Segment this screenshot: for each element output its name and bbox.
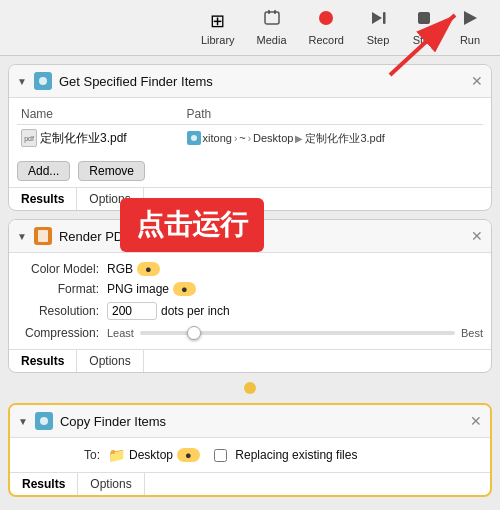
format-token[interactable]: ● [173, 282, 196, 296]
file-name-cell: pdf 定制化作业3.pdf [17, 125, 183, 152]
add-button[interactable]: Add... [17, 161, 70, 181]
record-icon [317, 9, 335, 32]
copy-to-row: To: 📁 Desktop ● Replacing existing files [18, 444, 482, 466]
finder-path-icon [187, 131, 201, 145]
tab-options-finder[interactable]: Options [77, 188, 143, 210]
tab-results-finder[interactable]: Results [9, 188, 77, 210]
desktop-token[interactable]: ● [177, 448, 200, 462]
toolbar-library[interactable]: ⊞ Library [191, 6, 245, 50]
svg-point-17 [40, 417, 48, 425]
render-pdf-content: Color Model: RGB ● Format: PNG image ● R… [9, 253, 491, 349]
stop-icon [415, 9, 433, 32]
desktop-folder-icon: 📁 [108, 447, 125, 463]
copy-finder-tabs: Results Options [10, 472, 490, 495]
expand-icon-render[interactable]: ▼ [17, 231, 27, 242]
svg-marker-6 [372, 12, 382, 24]
compression-slider-row: Least Best [107, 327, 483, 339]
block-get-finder-items-title: Get Specified Finder Items [59, 74, 465, 89]
resolution-row: Resolution: dots per inch [17, 299, 483, 323]
col-path-header: Path [183, 104, 483, 125]
connector-dot [244, 382, 256, 394]
toolbar-library-label: Library [201, 34, 235, 46]
toolbar-stop[interactable]: Stop [402, 5, 446, 50]
path-desktop: Desktop [253, 132, 293, 144]
color-model-label: Color Model: [17, 262, 107, 276]
svg-point-13 [191, 135, 197, 141]
color-model-token[interactable]: ● [137, 262, 160, 276]
tab-results-render[interactable]: Results [9, 350, 77, 372]
toolbar-record[interactable]: Record [299, 5, 354, 50]
format-text: PNG image [107, 282, 169, 296]
toolbar-media[interactable]: Media [247, 5, 297, 50]
compression-row: Compression: Least Best [17, 323, 483, 343]
block-render-pdf-header: ▼ Render PDF Pages as Imag... ✕ [9, 220, 491, 253]
connector [8, 381, 492, 395]
run-icon [461, 9, 479, 32]
color-model-value: RGB ● [107, 262, 160, 276]
toolbar-run[interactable]: Run [448, 5, 492, 50]
finder-block-icon [33, 71, 53, 91]
expand-icon[interactable]: ▼ [17, 76, 27, 87]
format-row: Format: PNG image ● [17, 279, 483, 299]
finder-items-content: Name Path pdf 定制化作业3.pdf [9, 98, 491, 157]
path-filename: 定制化作业3.pdf [305, 131, 384, 146]
slider-least-label: Least [107, 327, 134, 339]
media-icon [263, 9, 281, 32]
resolution-label: Resolution: [17, 304, 107, 318]
slider-best-label: Best [461, 327, 483, 339]
toolbar-record-label: Record [309, 34, 344, 46]
path-cell: xitong › ~ › Desktop ▶ 定制化作业3.pdf [187, 131, 479, 146]
svg-rect-2 [265, 12, 279, 24]
block-get-finder-items: ▼ Get Specified Finder Items ✕ Name Path [8, 64, 492, 211]
color-model-row: Color Model: RGB ● [17, 259, 483, 279]
resolution-suffix: dots per inch [161, 304, 230, 318]
path-tilde: ~ [239, 132, 245, 144]
svg-point-5 [319, 11, 333, 25]
close-render-pdf-button[interactable]: ✕ [471, 229, 483, 243]
svg-point-11 [39, 77, 47, 85]
close-get-finder-items-button[interactable]: ✕ [471, 74, 483, 88]
close-copy-finder-button[interactable]: ✕ [470, 414, 482, 428]
block-render-pdf: ▼ Render PDF Pages as Imag... ✕ Color Mo… [8, 219, 492, 373]
replacing-label: Replacing existing files [235, 448, 357, 462]
remove-button[interactable]: Remove [78, 161, 145, 181]
format-value: PNG image ● [107, 282, 196, 296]
toolbar-media-label: Media [257, 34, 287, 46]
svg-rect-3 [268, 10, 270, 14]
copy-finder-block-icon [34, 411, 54, 431]
toolbar: ⊞ Library Media Record Step [0, 0, 500, 56]
toolbar-step-label: Step [367, 34, 390, 46]
col-name-header: Name [17, 104, 183, 125]
pdf-icon: pdf [21, 129, 37, 147]
tab-results-copy[interactable]: Results [10, 473, 78, 495]
finder-items-tabs: Results Options [9, 187, 491, 210]
slider-thumb[interactable] [187, 326, 201, 340]
svg-rect-15 [38, 230, 48, 242]
replacing-checkbox[interactable] [214, 449, 227, 462]
library-icon: ⊞ [210, 10, 225, 32]
render-pdf-tabs: Results Options [9, 349, 491, 372]
expand-icon-copy[interactable]: ▼ [18, 416, 28, 427]
step-icon [369, 9, 387, 32]
toolbar-step[interactable]: Step [356, 5, 400, 50]
toolbar-run-label: Run [460, 34, 480, 46]
format-label: Format: [17, 282, 107, 296]
resolution-input[interactable] [107, 302, 157, 320]
table-row: pdf 定制化作业3.pdf xitong › [17, 125, 483, 152]
copy-to-value: 📁 Desktop ● Replacing existing files [108, 447, 357, 463]
block-get-finder-items-header: ▼ Get Specified Finder Items ✕ [9, 65, 491, 98]
svg-rect-8 [418, 12, 430, 24]
tab-options-copy[interactable]: Options [78, 473, 144, 495]
color-model-text: RGB [107, 262, 133, 276]
copy-to-label: To: [18, 448, 108, 462]
tab-options-render[interactable]: Options [77, 350, 143, 372]
desktop-label: Desktop [129, 448, 173, 462]
svg-rect-7 [383, 12, 386, 24]
copy-finder-content: To: 📁 Desktop ● Replacing existing files [10, 438, 490, 472]
file-path-cell: xitong › ~ › Desktop ▶ 定制化作业3.pdf [183, 125, 483, 152]
block-render-pdf-title: Render PDF Pages as Imag... [59, 229, 465, 244]
compression-slider[interactable] [140, 331, 455, 335]
block-copy-finder-items: ▼ Copy Finder Items ✕ To: 📁 Desktop ● [8, 403, 492, 497]
file-icon-cell: pdf 定制化作业3.pdf [21, 129, 127, 147]
block-copy-finder-title: Copy Finder Items [60, 414, 464, 429]
